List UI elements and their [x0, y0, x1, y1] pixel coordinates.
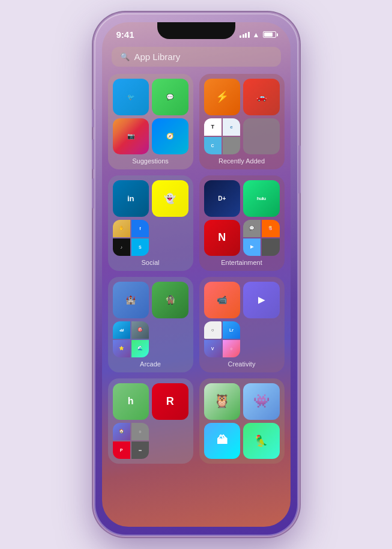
app-clips[interactable]: 📹: [204, 282, 241, 318]
folder-social-label: Social: [142, 259, 160, 266]
bottom-right-apps: 🦉 👾 🏔 🦜: [204, 383, 280, 459]
folder-entertainment-label: Entertainment: [221, 259, 262, 266]
folder-row-4: h R 🏠 ○ P ∞ 🦉 👾: [108, 378, 285, 464]
folder-suggestions-label: Suggestions: [132, 157, 169, 165]
creativity-apps: 📹 ▶ ○ Lr V ○: [204, 282, 280, 357]
volume-down-button[interactable]: [92, 178, 94, 208]
app-messages[interactable]: 💬: [152, 79, 188, 115]
bottom-left-placeholder: [152, 423, 188, 460]
app-game2[interactable]: 🧌: [152, 282, 188, 318]
app-entertainment-mini[interactable]: 💬 🍿 ▶: [243, 220, 280, 256]
power-button[interactable]: [298, 145, 301, 193]
app-recently-extra[interactable]: [243, 118, 280, 155]
wifi-icon: ▲: [253, 31, 260, 39]
app-hulu[interactable]: hulu: [243, 180, 280, 217]
folder-row-2: in 👻 ✋ f ♪ S Social: [108, 175, 285, 271]
app-safari[interactable]: 🧭: [152, 118, 188, 155]
app-cloudflare[interactable]: ⚡: [204, 79, 241, 115]
recently-apps: ⚡ 🚗 T e C: [204, 79, 280, 154]
folder-creativity-label: Creativity: [228, 360, 256, 368]
folder-bottom-left[interactable]: h R 🏠 ○ P ∞: [108, 378, 193, 464]
social-placeholder: [152, 220, 188, 256]
folder-recently-label: Recently Added: [219, 157, 265, 165]
app-bottom-r3[interactable]: 🏔: [204, 423, 241, 460]
search-icon: 🔍: [120, 52, 130, 61]
app-nytimes-group[interactable]: T e C: [204, 118, 241, 155]
app-twitter[interactable]: 🐦: [113, 79, 149, 115]
arcade-placeholder: [152, 321, 188, 358]
battery-icon: [263, 31, 276, 38]
signal-icon: [240, 32, 250, 38]
app-redbubble[interactable]: R: [152, 383, 188, 420]
app-houzz[interactable]: h: [113, 383, 149, 420]
app-creativity-mini[interactable]: ○ Lr V ○: [204, 321, 241, 358]
app-library-search[interactable]: 🔍 App Library: [112, 47, 281, 67]
search-label: App Library: [134, 52, 181, 62]
folder-bottom-right[interactable]: 🦉 👾 🏔 🦜: [199, 378, 285, 464]
phone-screen: 9:41 ▲ 🔍 App Library: [102, 22, 291, 527]
app-monster[interactable]: 👾: [243, 383, 280, 420]
arcade-apps: 🏰 🧌 🏎 🎯 ⭐ 🌊: [113, 282, 188, 357]
volume-up-button[interactable]: [92, 139, 94, 169]
app-game1[interactable]: 🏰: [113, 282, 149, 318]
app-library-grid: 🐦 💬 📷 🧭 Suggestions ⚡ 🚗: [102, 74, 291, 527]
folder-social[interactable]: in 👻 ✋ f ♪ S Social: [108, 175, 193, 271]
app-bottom-left-mini[interactable]: 🏠 ○ P ∞: [113, 423, 149, 460]
bottom-left-apps: h R 🏠 ○ P ∞: [113, 383, 188, 459]
status-icons: ▲: [240, 31, 276, 39]
app-action[interactable]: ▶: [243, 282, 280, 318]
app-linkedin[interactable]: in: [113, 180, 149, 217]
folder-suggestions[interactable]: 🐦 💬 📷 🧭 Suggestions: [108, 74, 193, 169]
app-netflix[interactable]: N: [204, 220, 241, 256]
status-time: 9:41: [116, 29, 134, 40]
app-social-mini[interactable]: ✋ f ♪ S: [113, 220, 149, 256]
folder-row-1: 🐦 💬 📷 🧭 Suggestions ⚡ 🚗: [108, 74, 285, 169]
app-doordash[interactable]: 🚗: [243, 79, 280, 115]
suggestions-apps: 🐦 💬 📷 🧭: [113, 79, 188, 154]
app-owl[interactable]: 🦉: [204, 383, 241, 420]
folder-creativity[interactable]: 📹 ▶ ○ Lr V ○ Creativity: [199, 277, 285, 372]
entertainment-apps: D+ hulu N 💬 🍿 ▶: [204, 180, 280, 256]
app-snapchat[interactable]: 👻: [152, 180, 188, 217]
app-arcade-mini[interactable]: 🏎 🎯 ⭐ 🌊: [113, 321, 149, 358]
folder-row-3: 🏰 🧌 🏎 🎯 ⭐ 🌊 Arcade: [108, 277, 285, 372]
notch: [157, 22, 235, 39]
folder-arcade[interactable]: 🏰 🧌 🏎 🎯 ⭐ 🌊 Arcade: [108, 277, 193, 372]
phone-frame: 9:41 ▲ 🔍 App Library: [94, 13, 298, 536]
social-apps: in 👻 ✋ f ♪ S: [113, 180, 188, 256]
folder-arcade-label: Arcade: [140, 360, 161, 368]
app-instagram[interactable]: 📷: [113, 118, 149, 155]
folder-recently-added[interactable]: ⚡ 🚗 T e C Recently Added: [199, 74, 285, 169]
folder-entertainment[interactable]: D+ hulu N 💬 🍿 ▶ Entertainment: [199, 175, 285, 271]
mute-button[interactable]: [92, 109, 94, 127]
app-disney[interactable]: D+: [204, 180, 241, 217]
creativity-placeholder: [243, 321, 280, 358]
app-bottom-r4[interactable]: 🦜: [243, 423, 280, 460]
